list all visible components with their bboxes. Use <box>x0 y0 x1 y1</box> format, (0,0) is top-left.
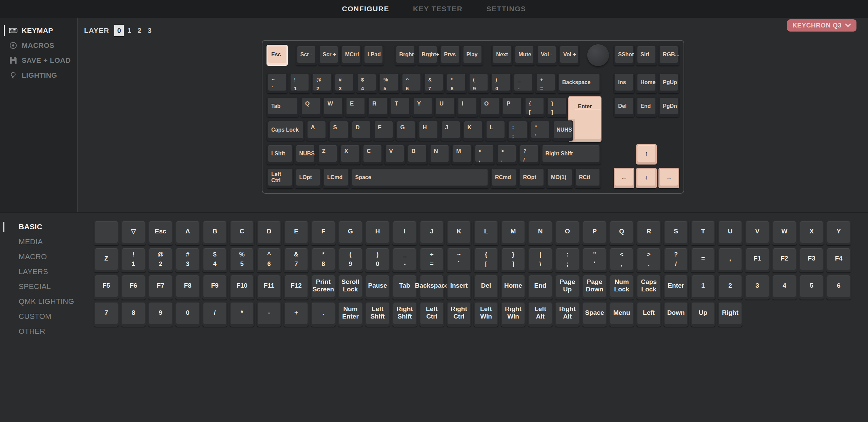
keycode-end[interactable]: End <box>528 275 553 300</box>
keycode-home[interactable]: Home <box>501 275 526 300</box>
keycode-blank[interactable]: = <box>691 248 715 272</box>
key-m[interactable]: M <box>452 144 472 165</box>
keycode-menu[interactable]: Menu <box>609 302 634 327</box>
key-blank[interactable]: → <box>658 168 679 188</box>
keycode-5[interactable]: 5 <box>799 275 824 300</box>
key-blank[interactable]: += <box>535 73 556 93</box>
key-next[interactable]: Next <box>492 45 512 65</box>
keycode-f5[interactable]: F5 <box>94 275 119 300</box>
key-blank[interactable]: ↓ <box>636 168 657 188</box>
key-s[interactable]: S <box>329 120 349 141</box>
keycode-p[interactable]: P <box>582 220 607 245</box>
sidebar-item-lighting[interactable]: LIGHTING <box>0 68 77 83</box>
layer-option-0[interactable]: 0 <box>114 25 124 36</box>
keycode-f6[interactable]: F6 <box>121 275 146 300</box>
key-rctl[interactable]: RCtl <box>575 168 601 188</box>
key-2[interactable]: @2 <box>312 73 332 93</box>
keycode-0[interactable]: 0 <box>175 302 200 327</box>
keycode-r[interactable]: R <box>636 220 661 245</box>
keycode-f8[interactable]: F8 <box>175 275 200 300</box>
keycode-y[interactable]: Y <box>826 220 851 245</box>
key-vol[interactable]: Vol - <box>536 45 557 65</box>
key-y[interactable]: Y <box>412 97 433 117</box>
key-ropt[interactable]: ROpt <box>519 168 545 188</box>
key-lopt[interactable]: LOpt <box>295 168 321 188</box>
keycode-2[interactable]: @2 <box>148 248 173 272</box>
keycode-right-alt[interactable]: Right Alt <box>555 302 580 327</box>
sidebar-item-keymap[interactable]: KEYMAP <box>0 23 77 38</box>
key-mute[interactable]: Mute <box>514 45 535 65</box>
keycode-x[interactable]: X <box>799 220 824 245</box>
keycode-down[interactable]: Down <box>664 302 688 327</box>
keycode-z[interactable]: Z <box>94 248 119 272</box>
layer-option-1[interactable]: 1 <box>124 25 134 36</box>
keycode-4[interactable]: 4 <box>772 275 797 300</box>
keycode-blank[interactable]: :; <box>555 248 580 272</box>
keycode-b[interactable]: B <box>202 220 227 245</box>
keycode-page-up[interactable]: Page Up <box>555 275 580 300</box>
key-u[interactable]: U <box>435 97 455 117</box>
keycode-blank[interactable]: + <box>284 302 309 327</box>
tab-settings[interactable]: SETTINGS <box>486 5 526 13</box>
key-n[interactable]: N <box>429 144 450 165</box>
keycode-blank[interactable]: / <box>202 302 227 327</box>
key-lpad[interactable]: LPad <box>363 45 384 65</box>
keycode-7[interactable]: &7 <box>284 248 309 272</box>
keycode-blank[interactable]: "' <box>582 248 607 272</box>
key-l[interactable]: L <box>485 120 506 141</box>
keycode-left-shift[interactable]: Left Shift <box>365 302 390 327</box>
key-caps-lock[interactable]: Caps Lock <box>267 120 304 141</box>
keycode-blank[interactable]: |\ <box>528 248 553 272</box>
key-del[interactable]: Del <box>614 97 634 117</box>
key-ins[interactable]: Ins <box>614 73 634 93</box>
keycode-esc[interactable]: Esc <box>148 220 173 245</box>
key-mo-1[interactable]: MO(1) <box>547 168 573 188</box>
key-t[interactable]: T <box>390 97 411 117</box>
keycode-v[interactable]: V <box>745 220 770 245</box>
key-right-shift[interactable]: Right Shift <box>541 144 601 165</box>
key-sshot[interactable]: SShot <box>614 45 634 65</box>
key-space[interactable]: Space <box>351 168 489 188</box>
keycode-space[interactable]: Space <box>582 302 607 327</box>
keycode-blank[interactable]: >. <box>636 248 661 272</box>
key-0[interactable]: )0 <box>491 73 511 93</box>
keycode-f1[interactable]: F1 <box>745 248 770 272</box>
key-scr[interactable]: Scr - <box>296 45 317 65</box>
keycode-i[interactable]: I <box>392 220 417 245</box>
keycode-f3[interactable]: F3 <box>799 248 824 272</box>
keycode-right-ctrl[interactable]: Right Ctrl <box>447 302 471 327</box>
keycode-num-lock[interactable]: Num Lock <box>609 275 634 300</box>
key-k[interactable]: K <box>463 120 484 141</box>
key-h[interactable]: H <box>418 120 439 141</box>
keycode-w[interactable]: W <box>772 220 797 245</box>
key-g[interactable]: G <box>396 120 416 141</box>
keycode-right-win[interactable]: Right Win <box>501 302 526 327</box>
keycode-n[interactable]: N <box>528 220 553 245</box>
keycode-1[interactable]: !1 <box>121 248 146 272</box>
keycode-u[interactable]: U <box>718 220 743 245</box>
keycode-l[interactable]: L <box>474 220 498 245</box>
key-nubs[interactable]: NUBS <box>295 144 316 165</box>
keycode-blank[interactable]: }] <box>501 248 526 272</box>
key-i[interactable]: I <box>457 97 478 117</box>
key-1[interactable]: !1 <box>289 73 310 93</box>
key-nuhs[interactable]: NUHS <box>552 120 573 141</box>
key-v[interactable]: V <box>384 144 405 165</box>
keycode-blank[interactable]: ?/ <box>664 248 688 272</box>
keycode-num-enter[interactable]: Num Enter <box>338 302 363 327</box>
key-prvs[interactable]: Prvs <box>440 45 460 65</box>
keycode-blank[interactable]: ~` <box>447 248 471 272</box>
keycode-insert[interactable]: Insert <box>447 275 471 300</box>
key-7[interactable]: &7 <box>423 73 444 93</box>
key-end[interactable]: End <box>636 97 657 117</box>
key-q[interactable]: Q <box>300 97 321 117</box>
keycode-tab[interactable]: Tab <box>392 275 417 300</box>
layer-option-2[interactable]: 2 <box>135 25 144 36</box>
keycode-9[interactable]: (9 <box>338 248 363 272</box>
key-mctrl[interactable]: MCtrl <box>341 45 361 65</box>
key-left-ctrl[interactable]: Left Ctrl <box>267 168 293 188</box>
keycode-6[interactable]: 6 <box>826 275 851 300</box>
keycode-blank[interactable]: , <box>718 248 743 272</box>
key-tab[interactable]: Tab <box>267 97 299 117</box>
category-other[interactable]: OTHER <box>0 324 77 339</box>
